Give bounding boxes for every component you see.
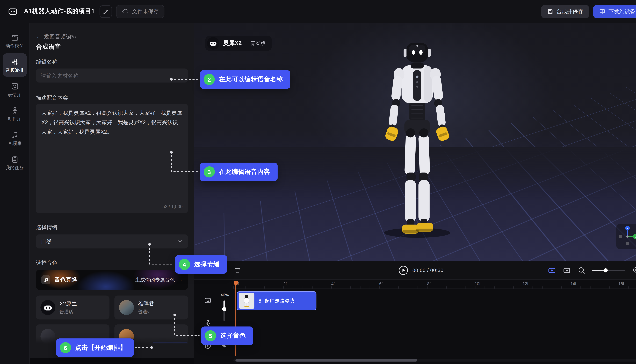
model-edition: 青春版 bbox=[251, 40, 265, 47]
sidebar-item-audio-arrange[interactable]: 音频编排 bbox=[3, 53, 27, 77]
ruler-tick-label: 10f bbox=[475, 282, 480, 286]
step-number: 3 bbox=[204, 166, 215, 178]
person-avatar bbox=[119, 300, 134, 315]
voice-card-zhihuijun[interactable]: 稚晖君 普通话 bbox=[115, 296, 188, 320]
ruler-tick-label: 2f bbox=[283, 282, 287, 286]
sidebar-item-audio-library[interactable]: 音频库 bbox=[3, 126, 27, 150]
deploy-to-device-button[interactable]: 下发到设备 bbox=[593, 5, 636, 18]
clone-subtitle: 生成你的专属音色 bbox=[135, 276, 175, 283]
viewport-3d[interactable]: 灵犀X2 | 青春版 Y X bbox=[194, 23, 636, 261]
walking-person-icon bbox=[257, 298, 263, 304]
axis-gizmo[interactable]: Y X bbox=[616, 224, 636, 249]
topbar: A1机器人动作-我的项目1 文件未保存 合成并保存 下发到设备 bbox=[0, 0, 636, 23]
ruler-tick-label: 6f bbox=[379, 282, 383, 286]
timeline-ruler[interactable]: 0f 2f 4f 6f 8f 10f 12f 14f 16f bbox=[233, 280, 636, 289]
ruler-tick-label: 16f bbox=[618, 282, 624, 286]
robot-model bbox=[364, 41, 471, 240]
track-controls: 40% bbox=[194, 280, 233, 364]
voice-lang: 普通话 bbox=[60, 309, 77, 315]
voice-clone-banner[interactable]: 音色克隆 生成你的专属音色 → bbox=[36, 270, 188, 290]
timeline-tracks: 40% 0f 2f 4f 6f 8f 10f 12f 14f 16f bbox=[194, 280, 636, 364]
back-to-audio-arrange[interactable]: ← 返回音频编排 bbox=[36, 33, 77, 40]
back-arrow-icon: ← bbox=[36, 34, 41, 40]
deploy-label: 下发到设备 bbox=[608, 8, 635, 15]
voice-content-textarea[interactable]: 大家好，我是灵犀X2，很高兴认识大家，大家好，我是灵犀X2，很高兴认识大家，大家… bbox=[36, 104, 188, 213]
synthesize-save-button[interactable]: 合成并保存 bbox=[541, 5, 589, 18]
delete-clip-button[interactable] bbox=[234, 267, 241, 274]
content-label: 描述配音内容 bbox=[36, 94, 68, 102]
edit-pencil-icon bbox=[103, 8, 109, 14]
tutorial-step-2: 2 在此可以编辑语音名称 bbox=[200, 70, 290, 89]
panel-title: 合成语音 bbox=[36, 43, 61, 51]
action-track-icon[interactable] bbox=[204, 320, 211, 327]
ruler-tick-label: 8f bbox=[427, 282, 431, 286]
sidebar-label: 表情库 bbox=[8, 92, 22, 97]
ruler-tick-label: 4f bbox=[331, 282, 335, 286]
voice-content-box: 大家好，我是灵犀X2，很高兴认识大家，大家好，我是灵犀X2，很高兴认识大家，大家… bbox=[36, 104, 188, 213]
y-axis-label: Y bbox=[626, 226, 628, 230]
sidebar-item-my-tasks[interactable]: 我的任务 bbox=[3, 150, 27, 174]
track-volume-value: 40% bbox=[220, 292, 230, 297]
clapperboard-icon bbox=[11, 33, 19, 42]
volume-knob[interactable] bbox=[222, 307, 226, 311]
model-avatar bbox=[207, 37, 219, 50]
app-window: A1机器人动作-我的项目1 文件未保存 合成并保存 下发到设备 bbox=[0, 0, 636, 364]
sidebar-label: 音频编排 bbox=[6, 68, 24, 72]
slider-knob[interactable] bbox=[603, 268, 608, 272]
emotion-value: 自然 bbox=[41, 238, 52, 245]
sidebar-item-action-library[interactable]: 动作库 bbox=[3, 102, 27, 126]
clip-thumbnail bbox=[239, 293, 254, 309]
model-badge[interactable]: 灵犀X2 | 青春版 bbox=[205, 36, 271, 51]
step-text: 在此编辑语音内容 bbox=[219, 168, 270, 176]
x-axis-label: X bbox=[634, 235, 636, 238]
app-logo-icon bbox=[7, 6, 18, 17]
save-status-text: 文件未保存 bbox=[132, 8, 159, 15]
clipboard-icon bbox=[11, 155, 19, 163]
step-text: 在此可以编辑语音名称 bbox=[219, 76, 283, 83]
ruler-tick-label: 14f bbox=[570, 282, 576, 286]
sidebar-item-expression-library[interactable]: 表情库 bbox=[3, 78, 27, 101]
robot-avatar bbox=[41, 300, 55, 315]
material-name-input[interactable] bbox=[36, 68, 188, 82]
left-nav: 动作模仿 音频编排 表情库 动作库 音频库 bbox=[0, 23, 30, 364]
scrollbar-thumb[interactable] bbox=[235, 359, 417, 362]
step-text: 选择情绪 bbox=[194, 260, 220, 268]
animation-clip[interactable]: 超帅走路姿势 bbox=[237, 292, 316, 310]
tutorial-step-6: 6 点击【开始编排】 bbox=[56, 338, 134, 357]
tutorial-step-3: 3 在此编辑语音内容 bbox=[200, 163, 278, 181]
smiley-icon bbox=[11, 82, 19, 90]
step-number: 4 bbox=[179, 259, 190, 270]
fit-view-icon[interactable] bbox=[563, 266, 571, 274]
music-note-icon bbox=[41, 275, 50, 284]
synthesize-voice-panel: ← 返回音频编排 合成语音 编辑名称 描述配音内容 大家好，我是灵犀X2，很高兴… bbox=[30, 23, 194, 358]
sidebar-item-motion-imitate[interactable]: 动作模仿 bbox=[3, 29, 27, 52]
rename-button[interactable] bbox=[100, 5, 112, 18]
back-label: 返回音频编排 bbox=[44, 33, 76, 40]
voice-card-x2[interactable]: X2原生 普通话 bbox=[36, 296, 110, 320]
step-text: 点击【开始编排】 bbox=[75, 344, 126, 352]
name-label: 编辑名称 bbox=[36, 58, 58, 66]
play-button[interactable] bbox=[398, 265, 408, 275]
emotion-label: 选择情绪 bbox=[36, 224, 58, 231]
sidebar-label: 我的任务 bbox=[6, 165, 24, 170]
voice-lang: 普通话 bbox=[138, 309, 154, 315]
add-track-icon[interactable] bbox=[548, 266, 556, 274]
save-icon bbox=[547, 8, 554, 14]
project-title: A1机器人动作-我的项目1 bbox=[24, 7, 95, 15]
sidebar-label: 动作库 bbox=[8, 116, 22, 121]
expression-track-icon[interactable] bbox=[204, 297, 211, 304]
timeline-zoom-slider[interactable] bbox=[592, 270, 625, 271]
clone-subtitle-row: 生成你的专属音色 → bbox=[135, 276, 183, 283]
emotion-select[interactable]: 自然 bbox=[36, 234, 188, 248]
track-volume-slider[interactable] bbox=[223, 300, 225, 321]
cloud-icon bbox=[122, 8, 129, 15]
arrow-right-icon: → bbox=[178, 277, 183, 283]
music-note-icon bbox=[11, 131, 19, 139]
person-icon bbox=[11, 106, 19, 114]
synthesize-save-label: 合成并保存 bbox=[556, 8, 583, 15]
step-number: 5 bbox=[205, 330, 216, 342]
zoom-out-icon[interactable] bbox=[577, 266, 586, 274]
zoom-in-icon[interactable] bbox=[632, 266, 636, 274]
clone-title: 音色克隆 bbox=[54, 276, 77, 284]
timeline-scrollbar bbox=[233, 359, 636, 362]
